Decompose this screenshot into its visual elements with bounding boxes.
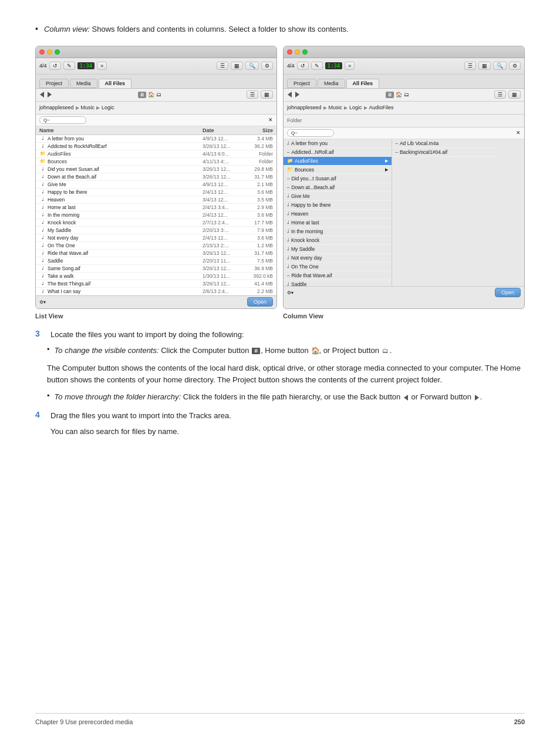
file-icon: ♩ bbox=[39, 204, 46, 210]
computer-icon-col[interactable]: 🖥 bbox=[386, 92, 394, 98]
view-list-btn[interactable]: ☰ bbox=[247, 90, 258, 99]
col2-item[interactable]: – Ad Lib Vocal.m4a bbox=[392, 139, 501, 148]
search-clear-icon-col[interactable]: ✕ bbox=[516, 130, 521, 136]
col1-item[interactable]: ♩ Give Me bbox=[284, 192, 392, 201]
file-date: 3/26/13 12... bbox=[203, 265, 244, 271]
col1-item[interactable]: ♩ Home at last bbox=[284, 218, 392, 227]
search-clear-icon[interactable]: ✕ bbox=[268, 117, 273, 123]
list-file-row[interactable]: ♩ Not every day 2/4/13 12... 3.6 MB bbox=[36, 234, 276, 242]
go-btn[interactable]: » bbox=[97, 62, 107, 70]
settings-btn-col[interactable]: ⚙ bbox=[509, 62, 521, 70]
list-file-row[interactable]: ♩ Heaven 3/4/13 12... 3.5 MB bbox=[36, 196, 276, 204]
list-file-row[interactable]: ♩ A letter from you 4/9/13 12... 3.4 MB bbox=[36, 135, 276, 143]
home-icon-col[interactable]: 🏠 bbox=[396, 92, 402, 98]
tab-allfiles-col[interactable]: All Files bbox=[346, 79, 380, 88]
open-button-col[interactable]: Open bbox=[495, 288, 521, 297]
col1-item[interactable]: ♩ In the morning bbox=[284, 227, 392, 236]
col1-item[interactable]: – Down at...Beach.aif bbox=[284, 183, 392, 192]
file-name: Take a walk bbox=[48, 273, 203, 279]
col1-item[interactable]: ♩ Saddle bbox=[284, 280, 392, 286]
list-file-row[interactable]: ♩ In the morning 2/4/13 12... 3.6 MB bbox=[36, 211, 276, 219]
list-file-row[interactable]: ♩ Knock knock 2/7/13 2:4... 17.7 MB bbox=[36, 219, 276, 227]
settings-btn[interactable]: ⚙ bbox=[261, 62, 273, 70]
col1-item[interactable]: ♩ On The One bbox=[284, 263, 392, 271]
list-file-row[interactable]: ♩ On The One 2/15/13 2:... 1.2 MB bbox=[36, 242, 276, 250]
go-btn-col[interactable]: » bbox=[345, 62, 355, 70]
search-btn-col[interactable]: 🔍 bbox=[493, 62, 507, 70]
step3-number: 3 bbox=[35, 329, 45, 338]
col1-item[interactable]: ♩ Heaven bbox=[284, 210, 392, 218]
action-icon[interactable]: ⚙▾ bbox=[39, 300, 46, 305]
computer-icon[interactable]: 🖥 bbox=[138, 92, 146, 98]
tab-media-col[interactable]: Media bbox=[318, 79, 345, 88]
list-file-row[interactable]: ♩ Same Song.aif 3/26/13 12... 36.9 MB bbox=[36, 265, 276, 273]
forward-arrow-icon-col[interactable] bbox=[295, 92, 299, 98]
tab-bar-list: Project Media All Files bbox=[36, 75, 276, 89]
file-icon: ♩ bbox=[39, 288, 46, 294]
list-file-row[interactable]: ♩ Addicted to RockNRollEarf 3/26/13 12..… bbox=[36, 143, 276, 150]
minimize-dot bbox=[47, 49, 52, 55]
sub-bullet-dot-2: • bbox=[47, 391, 50, 400]
list-file-row[interactable]: ♩ The Best Things.aif 3/26/13 12... 41.4… bbox=[36, 280, 276, 288]
folder-label-text: Folder bbox=[287, 117, 302, 123]
tab-project-col[interactable]: Project bbox=[287, 79, 316, 88]
col1-item[interactable]: ♩ Not every day bbox=[284, 254, 392, 263]
list-file-row[interactable]: 📁 Bounces 4/11/13 4:... Folder bbox=[36, 158, 276, 166]
view-grid-btn[interactable]: ▦ bbox=[261, 90, 273, 99]
list-file-row[interactable]: ♩ Give Me 4/9/13 12... 2.1 MB bbox=[36, 181, 276, 189]
transport-controls: 4/4 bbox=[39, 63, 47, 69]
pencil-btn[interactable]: ✎ bbox=[63, 62, 75, 70]
forward-arrow-icon[interactable] bbox=[48, 92, 52, 98]
list-file-row[interactable]: 📁 AudioFiles 4/4/13 6:0... Folder bbox=[36, 150, 276, 158]
back-arrow-icon[interactable] bbox=[40, 92, 44, 98]
list-file-row[interactable]: ♩ What I can say 2/6/13 2:4... 2.2 MB bbox=[36, 288, 276, 295]
back-arrow-icon-col[interactable] bbox=[288, 92, 292, 98]
forward-arrow-inline bbox=[475, 395, 479, 401]
tab-allfiles[interactable]: All Files bbox=[99, 79, 132, 88]
col2-item[interactable]: – BackingVocal1#04.aif bbox=[392, 148, 501, 157]
col1-item[interactable]: ♩ Knock knock bbox=[284, 236, 392, 245]
list-file-row[interactable]: ♩ Happy to be there 2/4/13 12... 3.6 MB bbox=[36, 189, 276, 196]
grid-btn[interactable]: ▦ bbox=[231, 62, 243, 70]
tab-project[interactable]: Project bbox=[39, 79, 69, 88]
col1-item[interactable]: – Addicted...NRoll.aif bbox=[284, 148, 392, 157]
sep2-col: ▶ bbox=[344, 105, 348, 110]
action-icon-col[interactable]: ⚙▾ bbox=[287, 290, 294, 295]
col1-item[interactable]: ♩ Happy to be there bbox=[284, 201, 392, 210]
col1-item[interactable]: – Did you...t Susan.aif bbox=[284, 174, 392, 183]
col1-item[interactable]: 📁 Bounces ▶ bbox=[284, 166, 392, 174]
footer-chapter-text: Chapter 9 Use prerecorded media bbox=[35, 718, 133, 725]
list-file-row[interactable]: ♩ Down at the Beach.aif 3/26/13 12... 31… bbox=[36, 173, 276, 181]
view-list-btn-col[interactable]: ☰ bbox=[494, 90, 506, 99]
col1-item[interactable]: – Ride that Wave.aif bbox=[284, 271, 392, 280]
list-file-row[interactable]: ♩ Ride that Wave.aif 3/26/13 12... 31.7 … bbox=[36, 250, 276, 257]
list-btn[interactable]: ☰ bbox=[217, 62, 228, 70]
col-item-icon: ♩ bbox=[287, 140, 289, 146]
breadcrumb-item3-col: Logic bbox=[349, 105, 362, 110]
view-grid-btn-col[interactable]: ▦ bbox=[508, 90, 521, 99]
list-file-row[interactable]: ♩ Take a walk 1/30/13 11... 392.0 kB bbox=[36, 273, 276, 280]
search-input-list[interactable]: Q~ bbox=[39, 116, 86, 124]
list-btn-col[interactable]: ☰ bbox=[464, 62, 476, 70]
col1-item[interactable]: ♩ My Saddle bbox=[284, 245, 392, 254]
grid-btn-col[interactable]: ▦ bbox=[478, 62, 491, 70]
column-view-screenshot: 4/4 ↺ ✎ 1:34 » ☰ ▦ 🔍 ⚙ Project Media All… bbox=[283, 46, 525, 309]
rewind-btn-col[interactable]: ↺ bbox=[297, 62, 309, 70]
list-file-row[interactable]: ♩ My Saddle 2/20/13 3:... 7.9 MB bbox=[36, 227, 276, 234]
col1-item[interactable]: ♩ A letter from you bbox=[284, 139, 392, 148]
breadcrumb-item1: johnappleseed bbox=[39, 105, 74, 110]
tab-media[interactable]: Media bbox=[70, 79, 97, 88]
search-input-col[interactable]: Q~ bbox=[287, 129, 334, 137]
pencil-btn-col[interactable]: ✎ bbox=[311, 62, 323, 70]
project-icon[interactable]: 🗂 bbox=[156, 92, 161, 98]
project-icon-col[interactable]: 🗂 bbox=[404, 92, 409, 98]
list-file-row[interactable]: ♩ Did you meet Susan.aif 3/26/13 12... 2… bbox=[36, 166, 276, 173]
search-btn[interactable]: 🔍 bbox=[245, 62, 259, 70]
home-icon[interactable]: 🏠 bbox=[148, 92, 154, 98]
open-button-list[interactable]: Open bbox=[247, 297, 273, 307]
col1-item[interactable]: 📁 AudioFiles ▶ bbox=[284, 157, 392, 166]
col-item-name: A letter from you bbox=[291, 140, 388, 146]
list-file-row[interactable]: ♩ Saddle 2/20/13 11... 7.5 MB bbox=[36, 257, 276, 265]
list-file-row[interactable]: ♩ Home at last 2/4/13 3:4... 2.9 MB bbox=[36, 204, 276, 211]
rewind-btn[interactable]: ↺ bbox=[49, 62, 61, 70]
